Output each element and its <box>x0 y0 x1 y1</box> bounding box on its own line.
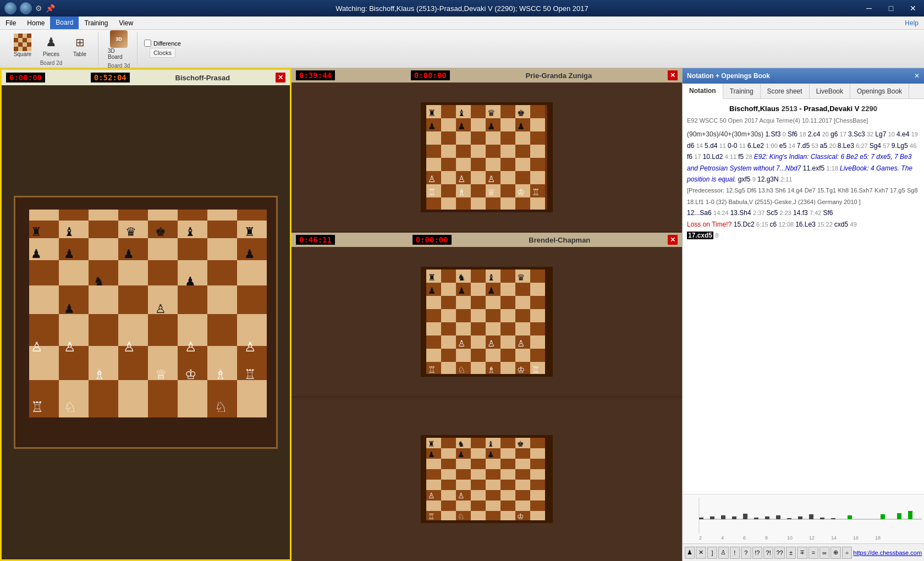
pred-move-15tg1[interactable]: 15.Tg1 <box>817 187 836 194</box>
pred-move-14g4[interactable]: 14.g4 <box>788 187 803 194</box>
move-sf6[interactable]: Sf6 <box>788 130 798 138</box>
svg-text:6: 6 <box>743 535 746 541</box>
move-8le3[interactable]: 8.Le3 <box>838 142 854 150</box>
pin-icon[interactable]: 📌 <box>46 4 55 13</box>
svg-rect-339 <box>754 518 758 519</box>
move-sf6[interactable]: Sf6 <box>823 209 833 217</box>
move-oo[interactable]: 0-0 <box>728 142 737 150</box>
move-cxd5[interactable]: cxd5 <box>834 221 848 228</box>
move-16le3[interactable]: 16.Le3 <box>795 221 816 228</box>
tab-openings-book[interactable]: Openings Book <box>850 84 909 98</box>
move-4e4[interactable]: 4.e4 <box>897 130 909 138</box>
nav-infinity[interactable]: ∞ <box>820 547 829 559</box>
move-9lg5[interactable]: 9.Lg5 <box>892 142 908 150</box>
nav-first[interactable]: ♟ <box>685 547 695 559</box>
pred-move-18lf1[interactable]: 18.Lf1 <box>687 199 704 205</box>
current-move[interactable]: 17.cxd5 <box>687 232 713 239</box>
nav-question-exclaim[interactable]: ?! <box>763 547 773 559</box>
menu-home[interactable]: Home <box>21 16 50 29</box>
tab-livebook[interactable]: LiveBook <box>810 84 850 98</box>
tab-notation[interactable]: Notation <box>683 84 723 99</box>
nav-pawn[interactable]: ♙ <box>718 547 728 559</box>
pred-result: 1-0 (32) Babula,V (2515)-Geske,J (2364) … <box>706 199 861 205</box>
gear-icon[interactable]: ⚙ <box>35 4 42 13</box>
difference-checkbox[interactable] <box>144 40 151 47</box>
move-14f3[interactable]: 14.f3 <box>793 209 808 217</box>
pred-move-13h3[interactable]: 13.h3 <box>758 187 773 194</box>
move-1sf3[interactable]: 1.Sf3 <box>765 130 780 138</box>
mini-board-3[interactable]: ♜ ♞ ♝ ♚ ♟ ♟ ♟ ♙ ♙ ♖ ♘ ♔ <box>292 398 682 561</box>
move-5d4[interactable]: 5.d4 <box>705 142 717 150</box>
move-sg4[interactable]: Sg4 <box>870 142 881 150</box>
move-3sc3[interactable]: 3.Sc3 <box>848 130 865 138</box>
svg-text:♟: ♟ <box>487 122 495 131</box>
main-chess-board[interactable]: ♜ ♝ ♛ ♚ ♝ ♜ ♟ ♟ ♟ ♟ ♞ ♟ ♟ <box>2 85 290 559</box>
tab-score-sheet[interactable]: Score sheet <box>761 84 810 98</box>
move-7d5[interactable]: 7.d5 <box>797 142 810 150</box>
nav-question[interactable]: ? <box>741 547 751 559</box>
nav-exclaim-question[interactable]: !? <box>752 547 762 559</box>
menu-help[interactable]: Help <box>905 19 924 27</box>
move-6le2[interactable]: 6.Le2 <box>747 142 764 150</box>
move-c6[interactable]: c6 <box>770 221 777 228</box>
nav-divide[interactable]: ÷ <box>842 547 852 559</box>
move-sc5[interactable]: Sc5 <box>767 209 778 217</box>
nav-double-question[interactable]: ?? <box>774 547 784 559</box>
nav-bracket[interactable]: ] <box>707 547 717 559</box>
mini-board-1[interactable]: ♜ ♝ ♛ ♚ ♟ ♟ ♟ ♟ ♙ ♙ ♙ ♖ ♗ ♕ ♔ <box>292 82 682 232</box>
move-a5[interactable]: a5 <box>820 142 827 150</box>
minimize-button[interactable]: ─ <box>858 0 880 16</box>
tab-training[interactable]: Training <box>723 84 761 98</box>
move-f6[interactable]: f6 <box>687 153 692 161</box>
move-lg7[interactable]: Lg7 <box>875 130 886 138</box>
menu-training[interactable]: Training <box>79 16 113 29</box>
svg-rect-40 <box>237 285 267 314</box>
pieces-button[interactable]: ♟ Pieces <box>37 32 65 59</box>
svg-rect-182 <box>530 270 545 283</box>
svg-rect-139 <box>501 171 515 184</box>
mini-game-3: ♜ ♞ ♝ ♚ ♟ ♟ ♟ ♙ ♙ ♖ ♘ ♔ <box>292 398 682 561</box>
nav-equal[interactable]: = <box>809 547 818 559</box>
move-12g3n[interactable]: 12.g3N <box>757 175 779 183</box>
notation-close-btn[interactable]: ✕ <box>914 72 920 80</box>
move-2c4[interactable]: 2.c4 <box>808 130 821 138</box>
clocks-button[interactable]: Clocks <box>150 48 175 58</box>
menu-view[interactable]: View <box>113 16 139 29</box>
square-button[interactable]: Square <box>9 32 36 59</box>
maximize-button[interactable]: □ <box>880 0 902 16</box>
main-board-close[interactable]: ✕ <box>276 73 285 82</box>
svg-rect-47 <box>207 314 237 346</box>
nav-piece-icon[interactable]: ✕ <box>696 547 706 559</box>
pred-move-17g5[interactable]: 17.g5 <box>890 187 905 194</box>
move-d6[interactable]: d6 <box>687 142 694 150</box>
move-g6[interactable]: g6 <box>831 130 838 138</box>
move-e5[interactable]: e5 <box>779 142 787 150</box>
pred-df6: Df6 <box>747 187 758 194</box>
nav-plus-minus[interactable]: ± <box>786 547 796 559</box>
nav-circle-plus[interactable]: ⊕ <box>831 547 840 559</box>
move-13sh4[interactable]: 13.Sh4 <box>730 209 751 217</box>
move-f5[interactable]: f5 <box>738 153 744 161</box>
table-button[interactable]: ⊞ Table <box>66 32 94 59</box>
move-gxf5[interactable]: gxf5 <box>738 175 751 183</box>
menu-board[interactable]: Board <box>50 16 79 29</box>
pred-move-sg5[interactable]: 12.Sg5 <box>726 187 745 194</box>
mini-board-2[interactable]: ♜ ♞ ♝ ♛ ♟ ♟ ♟ ♙ ♙ ♙ ♖ ♘ ♗ ♔ ♖ <box>292 247 682 396</box>
board3d-button[interactable]: 3D 3D Board <box>105 29 133 62</box>
svg-rect-21 <box>148 238 178 260</box>
board-3d[interactable]: ♜ ♝ ♛ ♚ ♝ ♜ ♟ ♟ ♟ ♟ ♞ ♟ ♟ <box>14 196 278 449</box>
menu-file[interactable]: File <box>0 16 21 29</box>
close-button[interactable]: ✕ <box>902 0 924 16</box>
move-15dc2[interactable]: 15.Dc2 <box>734 221 755 228</box>
move-10ld2[interactable]: 10.Ld2 <box>703 153 723 161</box>
notation-panel-title: Notation + Openings Book <box>687 72 770 80</box>
svg-rect-337 <box>732 516 736 519</box>
nav-minus-plus[interactable]: ∓ <box>797 547 807 559</box>
chessbase-url[interactable]: https://de.chessbase.com <box>853 549 922 556</box>
game1-close[interactable]: ✕ <box>668 70 678 80</box>
pred-move-16sxh7[interactable]: 16.Sxh7 <box>850 187 872 194</box>
move-11exf5[interactable]: 11.exf5 <box>803 164 824 172</box>
game2-close[interactable]: ✕ <box>668 235 678 245</box>
nav-exclaim[interactable]: ! <box>730 547 740 559</box>
move-12sa6[interactable]: 12...Sa6 <box>687 209 712 217</box>
